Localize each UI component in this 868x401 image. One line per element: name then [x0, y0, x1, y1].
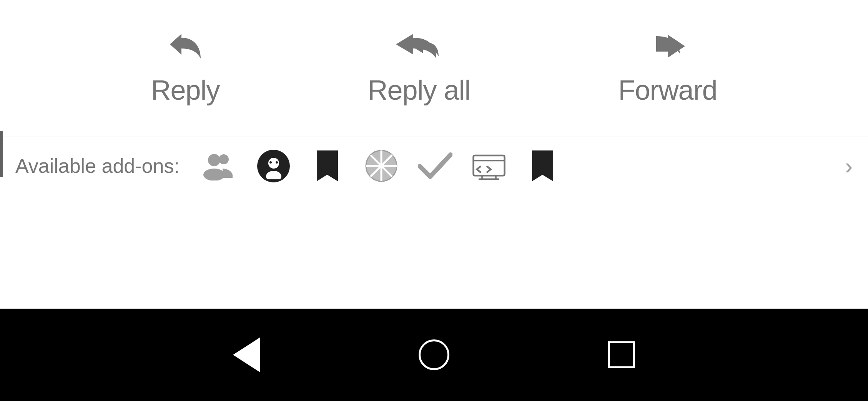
reply-all-icon [394, 31, 444, 67]
reply-all-label: Reply all [367, 74, 470, 106]
reply-button[interactable]: Reply [120, 23, 250, 114]
forward-button[interactable]: Forward [587, 23, 748, 114]
svg-point-7 [269, 161, 272, 164]
nav-back-icon [233, 338, 260, 372]
forward-label: Forward [618, 74, 717, 106]
check-addon-icon[interactable] [418, 149, 452, 183]
nav-home-icon [419, 339, 449, 370]
nav-recents-icon [608, 341, 635, 368]
nav-back-button[interactable] [233, 338, 260, 372]
addon-icons-list [203, 149, 560, 183]
reply-label: Reply [151, 74, 219, 106]
avatar-circle [257, 150, 290, 182]
nav-home-button[interactable] [419, 339, 449, 370]
bookmark-addon-icon-1[interactable] [310, 149, 345, 183]
reply-all-button[interactable]: Reply all [337, 23, 501, 114]
svg-point-3 [203, 169, 225, 180]
app-container: Reply Reply all Forward Available add- [0, 0, 868, 401]
scroll-indicator-left [0, 131, 3, 177]
svg-point-1 [208, 154, 220, 166]
content-spacer [0, 195, 868, 309]
scroll-right-arrow[interactable]: › [845, 153, 853, 179]
email-actions-row: Reply Reply all Forward [0, 0, 868, 137]
addons-section: Available add-ons: [0, 137, 868, 195]
addons-label: Available add-ons: [15, 154, 180, 177]
candy-addon-icon[interactable] [364, 149, 399, 183]
svg-point-8 [276, 161, 278, 164]
bookmark-addon-icon-2[interactable] [525, 149, 560, 183]
reply-icon [168, 31, 203, 67]
svg-rect-14 [473, 155, 504, 175]
android-nav-bar [0, 309, 868, 401]
nav-recents-button[interactable] [608, 341, 635, 368]
code-screen-addon-icon[interactable] [472, 149, 506, 183]
group-addon-icon[interactable] [203, 149, 237, 183]
forward-icon [649, 31, 687, 67]
svg-point-2 [219, 154, 229, 164]
avatar-addon-icon[interactable] [256, 149, 291, 183]
